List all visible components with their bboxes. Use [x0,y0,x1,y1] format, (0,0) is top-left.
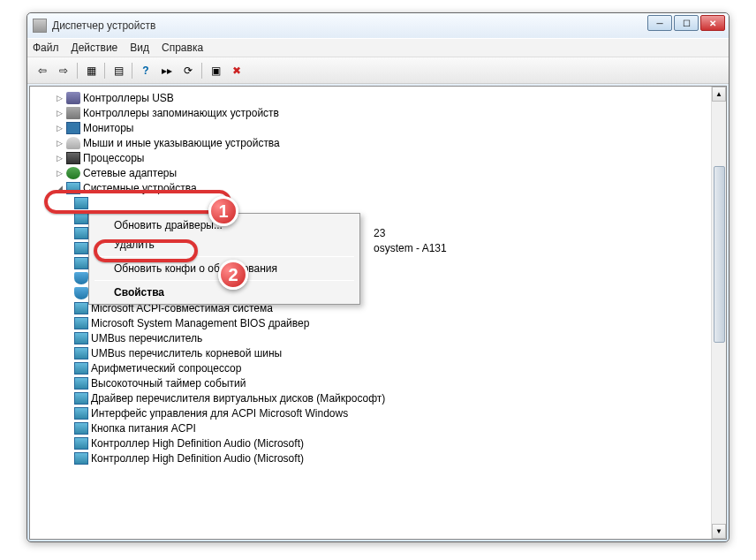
menu-action[interactable]: Действие [72,42,118,54]
device-icon [74,407,88,420]
device-icon [74,317,88,329]
tree-node-usb[interactable]: ▷Контроллеры USB [30,90,726,105]
titlebar[interactable]: Диспетчер устройств ─ ☐ ✕ [27,13,729,38]
device-icon [74,212,88,224]
expand-icon[interactable]: ▷ [55,154,64,163]
content-area: ▷Контроллеры USB ▷Контроллеры запоминающ… [29,86,727,540]
device-icon [74,302,88,314]
minimize-button[interactable]: ─ [647,15,672,31]
toolbar: ⇦ ⇨ ▦ ▤ ? ▸▸ ⟳ ▣ ✖ [27,57,729,84]
tree-item[interactable]: Драйвер перечислителя виртуальных дисков… [30,390,726,405]
annotation-badge-1: 1 [208,196,238,226]
tree-node-mice[interactable]: ▷Мыши и иные указывающие устройства [30,135,726,150]
device-icon [74,257,88,269]
disable-button[interactable]: ✖ [227,61,246,80]
menu-view[interactable]: Вид [130,42,149,54]
back-button[interactable]: ⇦ [33,61,52,80]
tree-item[interactable]: Контроллер High Definition Audio (Micros… [30,435,726,450]
tree-item[interactable]: Арифметический сопроцессор [30,360,726,375]
window-title: Диспетчер устройств [52,19,155,32]
device-icon [74,452,88,465]
tree-node-cpu[interactable]: ▷Процессоры [30,150,726,165]
device-icon [74,242,88,254]
storage-icon [66,107,80,119]
scroll-down-button[interactable]: ▼ [712,524,726,539]
tree-item[interactable] [30,195,726,210]
device-icon [74,392,88,405]
device-icon [74,332,88,344]
device-icon [74,422,88,435]
update-button[interactable]: ⟳ [178,61,198,80]
scroll-up-button[interactable]: ▲ [712,87,726,102]
expand-icon[interactable]: ▷ [55,124,64,132]
close-button[interactable]: ✕ [700,15,725,31]
maximize-button[interactable]: ☐ [674,15,699,31]
context-menu: Обновить драйверы... Удалить Обновить ко… [88,213,360,305]
device-icon [74,362,88,375]
device-icon [74,272,88,284]
menubar: Файл Действие Вид Справка [27,38,729,57]
tree-item[interactable]: Кнопка питания ACPI [30,420,726,435]
tree-node-monitors[interactable]: ▷Мониторы [30,120,726,135]
forward-button[interactable]: ⇨ [54,61,73,80]
device-icon [74,347,88,359]
menu-separator [94,256,354,257]
device-icon [74,227,88,239]
expand-icon[interactable]: ▷ [55,139,64,148]
tree-item[interactable]: Microsoft System Management BIOS драйвер [30,315,726,330]
tree-node-network[interactable]: ▷Сетевые адаптеры [30,165,726,180]
help-button[interactable]: ? [136,61,155,80]
show-hide-button[interactable]: ▦ [81,61,101,80]
vertical-scrollbar[interactable]: ▲ ▼ [711,87,726,539]
cpu-icon [66,152,80,164]
menu-file[interactable]: Файл [33,42,59,54]
device-icon [74,377,88,390]
scroll-thumb[interactable] [714,166,725,343]
expand-icon[interactable]: ▷ [55,94,64,102]
device-icon [74,197,88,209]
tree-item[interactable]: Интерфейс управления для ACPI Microsoft … [30,405,726,420]
app-icon [33,19,47,33]
expand-icon[interactable]: ▷ [55,169,64,178]
device-icon [74,437,88,450]
network-icon [66,167,80,179]
tree-item[interactable]: Высокоточный таймер событий [30,375,726,390]
scan-button[interactable]: ▸▸ [157,61,177,80]
collapse-icon[interactable]: ◢ [55,184,64,193]
tree-item[interactable]: UMBus перечислитель корневой шины [30,345,726,360]
system-icon [66,182,80,194]
monitor-icon [66,122,80,134]
uninstall-button[interactable]: ▣ [206,61,225,80]
tree-node-system[interactable]: ◢Системные устройства [30,180,726,195]
annotation-badge-2: 2 [218,260,248,290]
device-icon [74,287,88,299]
menu-delete[interactable]: Удалить [91,235,358,254]
menu-help[interactable]: Справка [162,42,203,54]
mouse-icon [66,137,80,149]
tree-item[interactable]: UMBus перечислитель [30,330,726,345]
tree-node-storage[interactable]: ▷Контроллеры запоминающих устройств [30,105,726,120]
usb-icon [66,92,80,104]
properties-button[interactable]: ▤ [109,61,128,80]
expand-icon[interactable]: ▷ [55,109,64,117]
tree-item[interactable]: Контроллер High Definition Audio (Micros… [30,450,726,465]
